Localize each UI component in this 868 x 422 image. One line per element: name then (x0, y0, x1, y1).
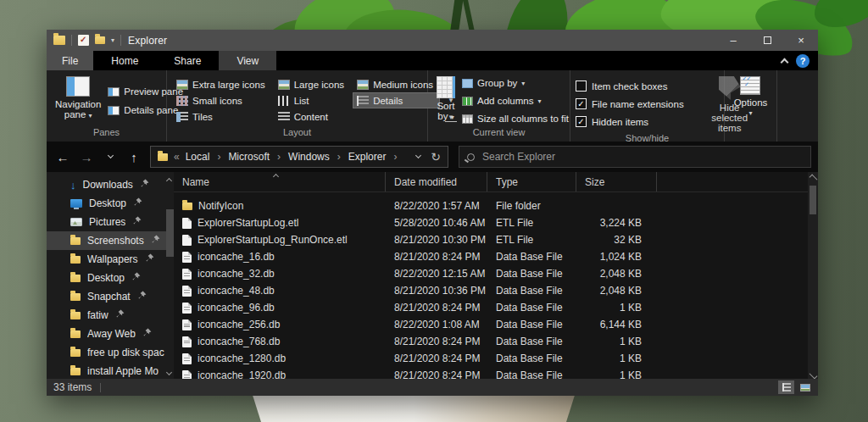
details-icon (357, 96, 369, 106)
sort-by-button[interactable]: Sort by ▾ (433, 75, 459, 127)
details-view-button[interactable] (778, 380, 794, 394)
breadcrumb-local[interactable]: Local (186, 151, 210, 163)
sidebar-item-install-apple-mo[interactable]: install Apple Mo (47, 362, 174, 379)
layout-item-extra-large-icons[interactable]: Extra large icons (172, 76, 272, 92)
new-folder-quick-icon[interactable] (95, 36, 105, 44)
properties-quick-icon[interactable] (78, 35, 89, 46)
content-icon (278, 112, 290, 122)
file-row[interactable]: iconcache_1920.db8/21/2020 8:24 PMData B… (174, 367, 818, 379)
sidebar-item-desktop[interactable]: Desktop (47, 269, 174, 287)
layout-item-label: Small icons (192, 96, 242, 106)
navigation-pane-button[interactable]: Navigation pane ▾ (52, 75, 104, 127)
layout-item-large-icons[interactable]: Large icons (274, 76, 351, 92)
search-box[interactable]: Search Explorer (459, 146, 811, 168)
tab-file[interactable]: File (47, 51, 93, 70)
breadcrumb-explorer[interactable]: Explorer (348, 151, 387, 163)
app-folder-icon (53, 36, 65, 45)
sidebar-item-label: fatiw (87, 309, 108, 321)
breadcrumb-chevron-icon[interactable]: › (217, 151, 220, 163)
layout-item-small-icons[interactable]: Small icons (172, 92, 272, 108)
sidebar-item-away-web[interactable]: Away Web (47, 325, 174, 343)
thumbnail-view-button[interactable] (797, 380, 813, 394)
sidebar-item-fatiw[interactable]: fatiw (47, 306, 174, 325)
scroll-up-icon[interactable] (809, 175, 817, 183)
ribbon-tab-row: FileHomeShareView ? (47, 51, 818, 70)
minimize-button[interactable]: – (716, 30, 750, 51)
sidebar-item-downloads[interactable]: Downloads (47, 175, 174, 194)
collapse-ribbon-icon[interactable] (781, 58, 789, 66)
file-type: Data Base File (487, 268, 576, 280)
layout-item-list[interactable]: List (274, 92, 351, 108)
layout-item-details[interactable]: Details (353, 92, 440, 108)
sidebar-item-label: Downloads (83, 179, 133, 191)
file-row[interactable]: iconcache_16.db8/21/2020 8:24 PMData Bas… (174, 248, 818, 265)
scroll-down-icon[interactable] (809, 371, 817, 379)
file-row[interactable]: NotifyIcon8/22/2020 1:57 AMFile folder (174, 197, 818, 214)
file-row[interactable]: ExplorerStartupLog_RunOnce.etl8/21/2020 … (174, 231, 818, 248)
sidebar-item-pictures[interactable]: Pictures (47, 213, 174, 231)
checkbox-hidden-items[interactable]: ✓Hidden items (576, 114, 684, 130)
scrollbar-thumb[interactable] (810, 186, 816, 214)
column-header-date-modified[interactable]: Date modified (386, 172, 487, 192)
file-row[interactable]: iconcache_768.db8/21/2020 8:24 PMData Ba… (174, 333, 818, 350)
toolbar-separator (71, 35, 72, 46)
file-icon (182, 303, 192, 314)
help-icon[interactable]: ? (796, 54, 810, 68)
sidebar-item-snapchat[interactable]: Snapchat (47, 287, 174, 306)
sidebar-item-wallpapers[interactable]: Wallpapers (47, 250, 174, 269)
close-button[interactable]: × (784, 30, 818, 51)
maximize-button[interactable] (750, 30, 784, 51)
size-columns-button[interactable]: Size all columns to fit (462, 111, 569, 127)
customize-toolbar-dropdown-icon[interactable]: ▾ (111, 36, 114, 44)
column-header-name[interactable]: Name (174, 172, 386, 192)
breadcrumb-chevron-icon[interactable]: › (393, 151, 397, 163)
breadcrumb-windows[interactable]: Windows (288, 151, 330, 163)
add-columns-button[interactable]: Add columns ▾ (462, 93, 569, 109)
file-size: 2,048 KB (576, 285, 657, 297)
tab-view[interactable]: View (219, 51, 276, 70)
file-size: 1 KB (576, 336, 657, 347)
forward-button[interactable]: → (75, 146, 97, 168)
address-dropdown-icon[interactable] (415, 153, 421, 158)
layout-item-content[interactable]: Content (274, 108, 351, 125)
layout-item-tiles[interactable]: Tiles (172, 108, 272, 125)
file-row[interactable]: iconcache_32.db8/22/2020 12:15 AMData Ba… (174, 265, 818, 282)
up-button[interactable]: ↑ (123, 146, 145, 168)
ribbon-group-layout: Extra large iconsSmall iconsTilesLarge i… (167, 70, 428, 142)
sidebar-item-screenshots[interactable]: Screenshots (47, 231, 174, 250)
group-by-button[interactable]: Group by ▾ (462, 75, 569, 92)
breadcrumb-microsoft[interactable]: Microsoft (228, 151, 270, 163)
window-title: Explorer (128, 35, 167, 47)
breadcrumb-chevron-icon[interactable]: › (277, 151, 281, 163)
breadcrumb-chevron-icon[interactable]: › (337, 151, 341, 163)
sidebar-item-free-up-disk-spac[interactable]: free up disk spac (47, 343, 174, 362)
sidebar-item-desktop[interactable]: Desktop (47, 194, 174, 213)
tab-label: Share (174, 55, 201, 67)
file-row[interactable]: iconcache_48.db8/21/2020 10:36 PMData Ba… (174, 282, 818, 299)
tab-share[interactable]: Share (156, 51, 219, 70)
breadcrumb-overflow-chevron[interactable]: « (174, 151, 180, 163)
file-row[interactable]: iconcache_256.db8/22/2020 1:08 AMData Ba… (174, 316, 818, 333)
checkbox-file-name-extensions[interactable]: ✓File name extensions (576, 96, 684, 112)
back-button[interactable]: ← (52, 146, 74, 168)
column-header-size[interactable]: Size (576, 172, 657, 192)
tab-home[interactable]: Home (93, 51, 156, 70)
file-icon (182, 235, 192, 246)
file-row[interactable]: ExplorerStartupLog.etl5/28/2020 10:46 AM… (174, 214, 818, 231)
refresh-icon[interactable]: ↻ (431, 150, 441, 164)
file-name: iconcache_32.db (198, 268, 275, 280)
file-name: iconcache_1280.db (198, 353, 286, 364)
file-row[interactable]: iconcache_96.db8/21/2020 8:24 PMData Bas… (174, 299, 818, 316)
checkbox-item-check-boxes[interactable]: Item check boxes (576, 78, 684, 94)
layout-item-medium-icons[interactable]: Medium icons (353, 76, 440, 92)
sidebar-scrollbar-thumb[interactable] (166, 209, 174, 257)
column-header-type[interactable]: Type (487, 172, 576, 192)
recent-locations-icon[interactable] (99, 146, 121, 168)
extra-large-icons-icon (176, 80, 188, 90)
address-bar[interactable]: « Local›Microsoft›Windows›Explorer› ↻ (150, 146, 448, 168)
file-name-cell: iconcache_256.db (174, 319, 386, 330)
title-bar[interactable]: ▾ Explorer – × (47, 30, 818, 51)
file-date: 8/21/2020 10:36 PM (386, 285, 487, 297)
file-row[interactable]: iconcache_1280.db8/21/2020 8:24 PMData B… (174, 350, 818, 367)
list-scrollbar[interactable] (808, 172, 818, 379)
